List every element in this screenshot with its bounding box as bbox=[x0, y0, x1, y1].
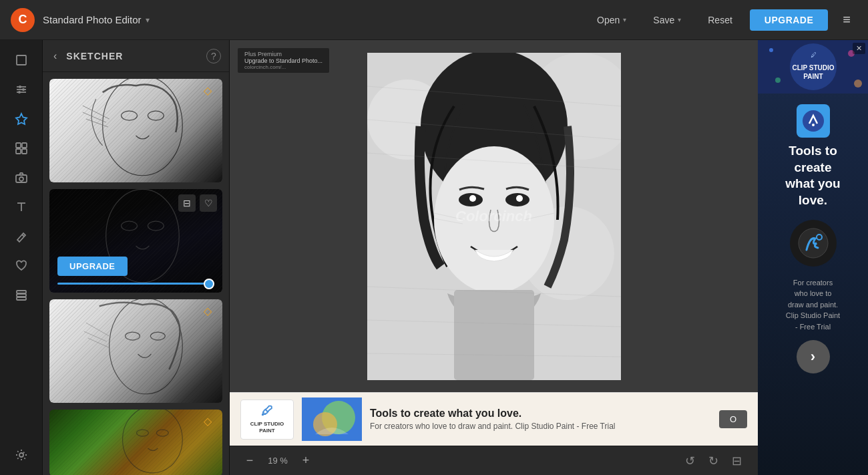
sidebar-item-text[interactable] bbox=[8, 194, 35, 220]
bottom-toolbar: − 19 % + ↺ ↻ ⊟ bbox=[230, 446, 758, 475]
effects-header: ‹ SKETCHER ? bbox=[43, 40, 229, 72]
svg-text:🖊: 🖊 bbox=[811, 51, 817, 58]
icon-sidebar bbox=[0, 40, 43, 475]
svg-marker-7 bbox=[16, 114, 27, 124]
app-title: Standard Photo Editor bbox=[43, 14, 142, 25]
right-ad-close-button[interactable]: ✕ bbox=[853, 43, 865, 54]
svg-line-35 bbox=[88, 338, 109, 347]
favorite-button[interactable]: ♡ bbox=[200, 194, 217, 212]
right-ad-content: ✕ 🖊 CLIP STUDIO PAINT bbox=[758, 40, 868, 475]
slider-thumb[interactable] bbox=[204, 279, 214, 289]
svg-line-25 bbox=[83, 112, 106, 122]
save-button[interactable]: Save ▾ bbox=[644, 11, 690, 29]
sidebar-item-favorites[interactable] bbox=[8, 253, 35, 279]
canvas-content: Plus Premium Upgrade to Standard Photo..… bbox=[230, 40, 758, 392]
upgrade-overlay-button[interactable]: UPGRADE bbox=[57, 257, 128, 276]
svg-point-37 bbox=[136, 430, 148, 436]
zoom-level: 19 % bbox=[264, 456, 291, 466]
app-title-area: Standard Photo Editor ▾ bbox=[43, 14, 150, 25]
back-button[interactable]: ‹ bbox=[51, 47, 59, 65]
svg-point-72 bbox=[812, 124, 815, 126]
svg-point-5 bbox=[22, 88, 25, 91]
svg-rect-8 bbox=[16, 143, 21, 148]
svg-point-30 bbox=[110, 299, 183, 394]
svg-point-6 bbox=[18, 91, 21, 94]
svg-point-48 bbox=[516, 195, 523, 202]
topbar: C Standard Photo Editor ▾ Open ▾ Save ▾ … bbox=[0, 0, 868, 40]
bottom-ad-banner: 🖊 CLIP STUDIO PAINT Tools to create what… bbox=[230, 392, 758, 446]
svg-rect-9 bbox=[22, 143, 27, 148]
svg-point-23 bbox=[148, 111, 164, 120]
right-ad-sidebar: ✕ 🖊 CLIP STUDIO PAINT bbox=[758, 40, 868, 475]
upgrade-button[interactable]: UPGRADE bbox=[750, 9, 829, 31]
sidebar-item-draw[interactable] bbox=[8, 223, 35, 250]
panel-title: SKETCHER bbox=[66, 51, 200, 61]
sidebar-item-adjustments[interactable] bbox=[8, 76, 35, 103]
main-image-container: Colorcinch bbox=[367, 53, 621, 380]
ad-illustration bbox=[302, 398, 362, 441]
open-button[interactable]: Open ▾ bbox=[588, 11, 636, 29]
svg-point-67 bbox=[769, 48, 773, 52]
svg-rect-52 bbox=[454, 290, 534, 380]
svg-point-31 bbox=[126, 332, 140, 340]
effect-item-1[interactable]: ◇ bbox=[49, 79, 222, 182]
effect-item-2[interactable]: ⊟ ♡ UPGRADE bbox=[49, 189, 222, 293]
sidebar-item-crop[interactable] bbox=[8, 47, 35, 73]
sidebar-item-frames[interactable] bbox=[8, 135, 35, 162]
settings-icon[interactable] bbox=[8, 442, 35, 468]
effect-item-3[interactable]: ◇ bbox=[49, 299, 222, 403]
ad-title: Tools to create what you love. bbox=[370, 408, 711, 420]
svg-rect-10 bbox=[16, 149, 21, 154]
sidebar-item-layers[interactable] bbox=[8, 282, 35, 309]
svg-point-70 bbox=[854, 80, 862, 88]
svg-point-71 bbox=[803, 110, 824, 132]
watermark-box: Plus Premium Upgrade to Standard Photo..… bbox=[238, 48, 329, 73]
layers-button[interactable]: ⊟ bbox=[726, 451, 747, 471]
svg-point-69 bbox=[775, 77, 781, 83]
upgrade-overlay: ⊟ ♡ UPGRADE bbox=[49, 189, 222, 293]
slider-container bbox=[57, 283, 214, 285]
svg-text:PAINT: PAINT bbox=[803, 73, 823, 80]
sidebar-item-camera[interactable] bbox=[8, 164, 35, 191]
right-ad-headline: Tools tocreatewhat youlove. bbox=[758, 143, 868, 209]
adjust-controls-button[interactable]: ⊟ bbox=[178, 194, 196, 212]
ad-close-button[interactable]: O bbox=[719, 410, 747, 428]
svg-point-20 bbox=[19, 453, 23, 457]
canvas-area: Plus Premium Upgrade to Standard Photo..… bbox=[230, 40, 758, 475]
svg-rect-0 bbox=[17, 55, 26, 65]
effects-list: ◇ ⊟ bbox=[43, 72, 229, 475]
svg-rect-19 bbox=[17, 291, 26, 293]
svg-point-32 bbox=[150, 332, 165, 340]
svg-rect-11 bbox=[22, 149, 27, 154]
svg-line-26 bbox=[86, 119, 108, 127]
svg-rect-18 bbox=[17, 294, 26, 297]
help-button[interactable]: ? bbox=[206, 49, 221, 63]
app-logo[interactable]: C bbox=[11, 8, 35, 32]
reset-button[interactable]: Reset bbox=[698, 11, 742, 29]
ad-logo: 🖊 CLIP STUDIO PAINT bbox=[240, 400, 294, 440]
svg-text:CLIP STUDIO: CLIP STUDIO bbox=[792, 64, 834, 71]
svg-point-22 bbox=[122, 111, 138, 120]
title-chevron-icon[interactable]: ▾ bbox=[146, 15, 150, 25]
zoom-in-button[interactable]: + bbox=[296, 452, 315, 470]
slider-track[interactable] bbox=[57, 283, 214, 285]
right-ad-body-text: For creatorswho love todraw and paint.Cl… bbox=[758, 277, 868, 341]
svg-point-4 bbox=[19, 86, 21, 88]
svg-point-36 bbox=[123, 410, 183, 473]
diamond-badge-3: ◇ bbox=[204, 305, 217, 318]
diamond-badge-1: ◇ bbox=[204, 84, 217, 98]
menu-icon-button[interactable]: ≡ bbox=[836, 8, 857, 31]
undo-button[interactable]: ↺ bbox=[680, 451, 700, 471]
item-controls: ⊟ ♡ bbox=[178, 194, 217, 212]
redo-button[interactable]: ↻ bbox=[703, 451, 724, 471]
sidebar-item-effects[interactable] bbox=[8, 106, 35, 132]
diamond-badge-4: ◇ bbox=[204, 415, 217, 428]
zoom-out-button[interactable]: − bbox=[240, 452, 259, 470]
ad-text: Tools to create what you love. For creat… bbox=[370, 408, 711, 431]
right-ad-top-image: ✕ 🖊 CLIP STUDIO PAINT bbox=[758, 40, 868, 94]
svg-line-16 bbox=[22, 234, 24, 236]
effect-item-4[interactable]: ◇ bbox=[49, 410, 222, 475]
svg-point-38 bbox=[156, 430, 168, 436]
right-ad-cta-button[interactable]: › bbox=[797, 340, 830, 373]
main-photo: Colorcinch bbox=[367, 53, 621, 380]
